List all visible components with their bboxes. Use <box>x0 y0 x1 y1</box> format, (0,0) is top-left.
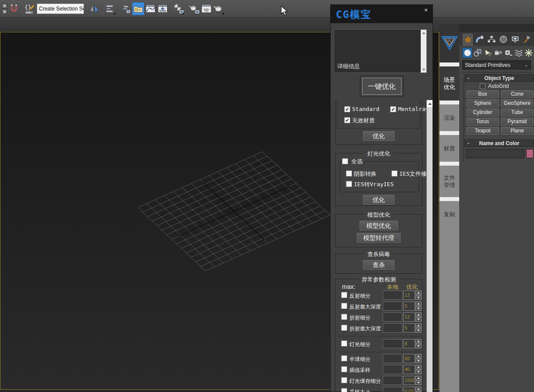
model-optimize-button[interactable]: 模型优化 <box>359 221 398 230</box>
primitive-button-torus[interactable]: Torus <box>466 118 499 126</box>
shadow-convert-checkbox[interactable] <box>346 170 352 177</box>
one-click-optimize-button[interactable]: 一键优化 <box>362 78 401 95</box>
optimize-value-field[interactable]: 12 <box>403 312 415 322</box>
spinner-down-icon[interactable] <box>415 317 422 322</box>
panel-titlebar[interactable]: CG模宝 × <box>331 5 433 23</box>
track-view-icon[interactable] <box>144 2 157 15</box>
local-value-field[interactable] <box>383 354 402 363</box>
local-value-field[interactable] <box>383 291 402 300</box>
primitive-button-pyramid[interactable]: Pyramid <box>501 118 534 126</box>
primitive-button-box[interactable]: Box <box>466 90 499 98</box>
spinner-up-icon[interactable] <box>415 323 422 328</box>
param-checkbox[interactable] <box>341 377 347 383</box>
local-value-field[interactable] <box>383 339 402 348</box>
rendered-frame-window-icon[interactable] <box>200 2 213 15</box>
info-scrollbar[interactable] <box>421 30 426 73</box>
spinner-down-icon[interactable] <box>415 344 422 348</box>
tab-file-manage[interactable]: 文件管理 <box>440 166 459 197</box>
ies-file-fix-checkbox[interactable] <box>391 170 398 177</box>
tab-scene-optimize[interactable]: 场景优化 <box>440 66 459 101</box>
transform-spinner-icon[interactable] <box>1 2 8 15</box>
spinner-down-icon[interactable] <box>415 381 422 385</box>
name-color-rollout-header[interactable]: - Name and Color <box>464 139 534 147</box>
edit-named-selection-sets-icon[interactable]: {} ABC <box>24 2 36 15</box>
spinner-up-icon[interactable] <box>415 339 422 343</box>
tab-hierarchy[interactable] <box>485 33 497 46</box>
spinner-down-icon[interactable] <box>415 370 422 374</box>
ies-to-vrayies-checkbox[interactable] <box>346 181 352 187</box>
spinner-down-icon[interactable] <box>415 328 422 333</box>
virus-scan-button[interactable]: 查杀 <box>363 260 394 270</box>
named-selection-set-combobox[interactable]: Create Selection Set ⌄ <box>37 3 84 14</box>
spinner-down-icon[interactable] <box>415 359 422 363</box>
spinner-down-icon[interactable] <box>415 295 422 300</box>
optimize-value-field[interactable]: 1500 <box>403 376 415 385</box>
tab-motion[interactable] <box>497 33 509 46</box>
spinner-up-icon[interactable] <box>415 302 422 306</box>
tab-create[interactable] <box>462 33 474 46</box>
snaps-magnet-icon[interactable] <box>8 2 20 15</box>
material-optimize-button[interactable]: 优化 <box>363 131 394 141</box>
autogrid-checkbox[interactable] <box>480 83 485 89</box>
local-value-field[interactable] <box>383 387 402 392</box>
layer-manager-icon[interactable] <box>120 2 132 15</box>
local-value-field[interactable] <box>383 323 402 333</box>
param-checkbox[interactable] <box>341 303 347 309</box>
optimize-value-field[interactable]: 5 <box>403 323 415 333</box>
select-all-checkbox[interactable] <box>342 158 348 164</box>
tab-material[interactable]: 材质 <box>440 135 459 162</box>
optimize-value-field[interactable]: 40 <box>403 365 415 374</box>
local-value-field[interactable] <box>383 376 402 385</box>
tab-copy[interactable]: 复制 <box>440 201 459 227</box>
category-shapes[interactable] <box>472 48 482 58</box>
optimize-value-field[interactable]: 60 <box>403 354 415 363</box>
spinner-up-icon[interactable] <box>415 291 422 295</box>
category-lights[interactable] <box>483 48 493 58</box>
category-space-warps[interactable] <box>513 48 524 58</box>
object-name-field[interactable] <box>466 149 524 158</box>
primitive-button-teapot[interactable]: Teapot <box>466 127 499 135</box>
spinner-up-icon[interactable] <box>415 376 422 380</box>
local-value-field[interactable] <box>383 302 402 311</box>
param-checkbox[interactable] <box>341 340 347 347</box>
spinner-down-icon[interactable] <box>415 306 422 311</box>
scroll-up-icon[interactable] <box>421 30 426 36</box>
close-icon[interactable]: × <box>422 7 429 14</box>
invalid-material-checkbox[interactable]: ✔ <box>344 117 350 123</box>
primitive-button-tube[interactable]: Tube <box>501 108 534 117</box>
optimize-value-field[interactable]: 5 <box>403 302 415 311</box>
model-to-proxy-button[interactable]: 模型转代理 <box>357 233 401 243</box>
primitive-button-sphere[interactable]: Sphere <box>466 99 499 108</box>
tab-utilities[interactable] <box>521 33 533 46</box>
align-icon[interactable] <box>104 2 116 15</box>
spinner-up-icon[interactable] <box>415 354 422 358</box>
tab-render[interactable]: 渲染 <box>440 104 459 131</box>
param-checkbox[interactable] <box>341 292 347 298</box>
primitive-button-plane[interactable]: Plane <box>501 127 534 135</box>
tab-modify[interactable] <box>474 33 485 46</box>
render-production-icon[interactable] <box>213 2 225 15</box>
param-checkbox[interactable] <box>341 388 347 392</box>
primitive-button-geosphere[interactable]: GeoSphere <box>501 99 534 108</box>
render-setup-icon[interactable] <box>188 2 200 15</box>
spinner-up-icon[interactable] <box>415 387 422 391</box>
category-geometry[interactable] <box>462 48 472 58</box>
local-value-field[interactable] <box>383 365 402 374</box>
tab-display[interactable] <box>509 33 521 46</box>
param-checkbox[interactable] <box>341 314 347 320</box>
category-cameras[interactable] <box>493 48 503 58</box>
curve-editor-icon[interactable] <box>132 2 144 15</box>
local-value-field[interactable] <box>383 312 402 322</box>
spinner-up-icon[interactable] <box>415 312 422 317</box>
param-checkbox[interactable] <box>341 325 347 331</box>
primitive-category-dropdown[interactable]: Standard Primitives ⌄ <box>462 60 531 69</box>
scroll-down-icon[interactable] <box>421 66 426 73</box>
mirror-icon[interactable] <box>88 2 101 15</box>
optimize-value-field[interactable]: 0.01 <box>403 387 415 392</box>
object-type-rollout-header[interactable]: - Object Type <box>464 74 534 82</box>
primitive-button-cylinder[interactable]: Cylinder <box>466 108 499 117</box>
spinner-up-icon[interactable] <box>415 365 422 369</box>
standard-checkbox[interactable]: ✔ <box>344 106 350 112</box>
param-checkbox[interactable] <box>341 355 347 361</box>
optimize-value-field[interactable]: 12 <box>403 291 415 300</box>
